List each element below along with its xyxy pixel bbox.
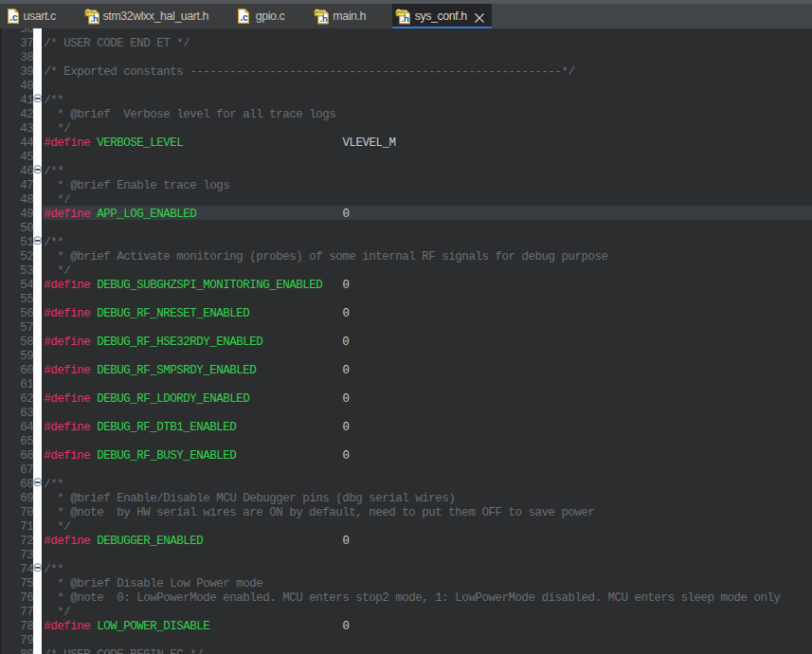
svg-text:.c: .c — [9, 12, 18, 23]
svg-text:.c: .c — [240, 12, 248, 23]
